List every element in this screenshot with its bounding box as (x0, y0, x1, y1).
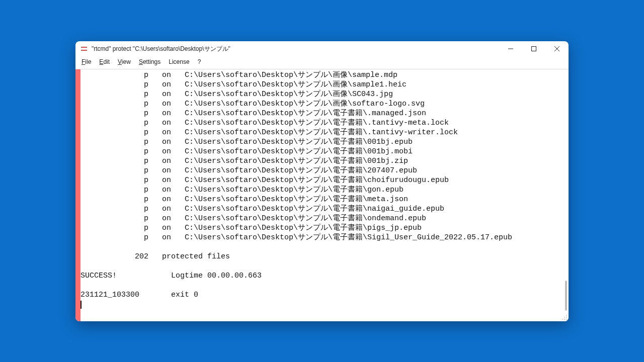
svg-point-8 (564, 317, 565, 318)
menubar: File Edit View Settings License ? (75, 56, 569, 69)
vertical-scrollbar-thumb[interactable] (565, 281, 567, 311)
maximize-button[interactable] (522, 41, 545, 56)
close-button[interactable] (545, 41, 569, 56)
menu-settings[interactable]: Settings (135, 57, 165, 66)
minimize-button[interactable] (499, 41, 522, 56)
close-icon (554, 46, 559, 51)
terminal-scroll[interactable]: p on C:\Users\softaro\Desktop\サンプル\画像\sa… (80, 69, 569, 321)
svg-point-11 (562, 319, 563, 320)
terminal-area: p on C:\Users\softaro\Desktop\サンプル\画像\sa… (80, 69, 569, 321)
menu-file[interactable]: File (77, 57, 95, 66)
menu-edit[interactable]: Edit (95, 57, 114, 66)
window-title: "rtcmd" protect "C:\Users\softaro\Deskto… (92, 45, 230, 53)
svg-point-6 (566, 315, 567, 316)
text-cursor (80, 301, 82, 309)
menu-license[interactable]: License (165, 57, 193, 66)
svg-rect-3 (532, 47, 536, 51)
terminal-output[interactable]: p on C:\Users\softaro\Desktop\サンプル\画像\sa… (80, 69, 569, 313)
app-window: "rtcmd" protect "C:\Users\softaro\Deskto… (75, 41, 569, 321)
maximize-icon (531, 46, 536, 51)
titlebar[interactable]: "rtcmd" protect "C:\Users\softaro\Deskto… (75, 41, 569, 56)
window-controls (499, 41, 569, 56)
minimize-icon (508, 46, 513, 51)
svg-point-9 (566, 319, 567, 320)
svg-point-10 (564, 319, 565, 320)
menu-help[interactable]: ? (194, 57, 205, 66)
gutter-highlight (75, 69, 80, 321)
app-icon (80, 45, 88, 52)
resize-grip-icon[interactable] (561, 314, 568, 320)
menu-view[interactable]: View (114, 57, 135, 66)
svg-point-7 (566, 317, 567, 318)
client-area: p on C:\Users\softaro\Desktop\サンプル\画像\sa… (75, 69, 569, 321)
